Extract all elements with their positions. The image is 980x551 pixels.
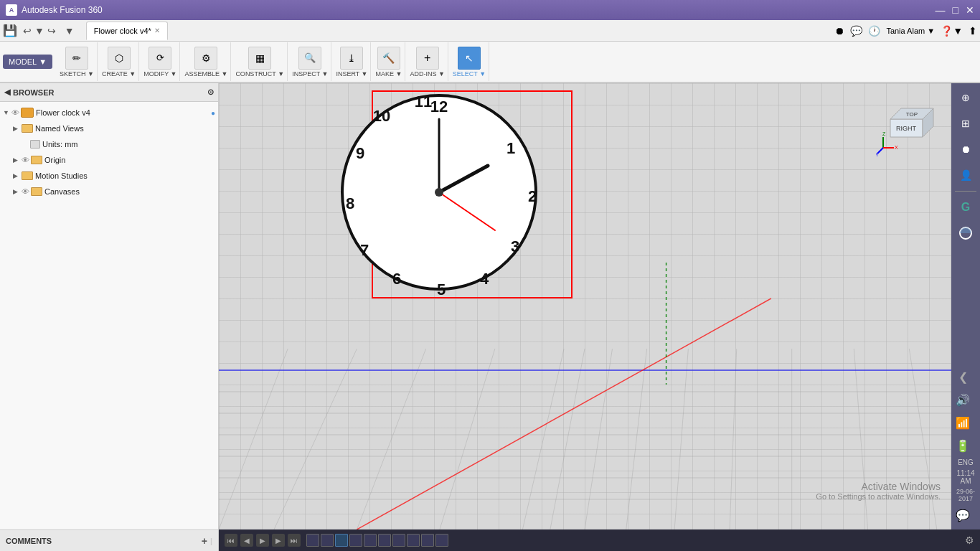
model-mode-button[interactable]: MODEL ▼ — [3, 55, 52, 69]
view-cube[interactable]: RIGHT TOP Z X Y — [876, 98, 937, 159]
right-btn-chevron[interactable]: ❮ — [951, 365, 974, 388]
tree-item-origin[interactable]: ▶ 👁 Origin — [0, 152, 218, 168]
undo-arrow-icon[interactable]: ▼ — [34, 25, 44, 37]
minimize-button[interactable]: — — [936, 4, 946, 16]
timeline-thumb-5[interactable] — [364, 534, 377, 547]
expand-icon[interactable]: ⬆ — [969, 25, 977, 37]
right-btn-battery[interactable]: 🔋 — [951, 434, 974, 457]
record-icon[interactable]: ⏺ — [834, 25, 844, 37]
comments-add-icon[interactable]: + — [202, 535, 207, 547]
tree-item-root[interactable]: ▼ 👁 Flower clock v4 ● — [0, 105, 218, 121]
right-btn-g[interactable]: G — [954, 196, 977, 219]
timeline-thumb-6[interactable] — [378, 534, 391, 547]
timeline-play[interactable]: ▶ — [256, 534, 269, 547]
timeline-thumb-1[interactable] — [306, 534, 319, 547]
timeline-bar: ⏮ ◀ ▶ ▶ ⏭ ⚙ — [219, 529, 980, 551]
timeline-thumb-9[interactable] — [421, 534, 434, 547]
title-bar-controls: — □ ✕ — [936, 4, 974, 16]
tree-item-canvases[interactable]: ▶ 👁 Canvases — [0, 184, 218, 199]
comments-divider: | — [210, 537, 212, 545]
inspect-btn[interactable]: 🔍 — [298, 47, 321, 70]
browser-header: ◀ BROWSER ⊙ — [0, 83, 218, 102]
construct-label: CONSTRUCT ▼ — [235, 70, 284, 77]
construct-btn[interactable]: ▦ — [248, 47, 271, 70]
modify-label: MODIFY ▼ — [143, 70, 176, 77]
right-btn-user[interactable]: 👤 — [954, 164, 977, 187]
right-btn-chat[interactable]: 💬 — [951, 504, 974, 527]
insert-label: INSERT ▼ — [336, 70, 367, 77]
browser-panel: ◀ BROWSER ⊙ ▼ 👁 Flower clock v4 ● ▶ Name… — [0, 83, 219, 529]
right-btn-record[interactable]: ⏺ — [954, 138, 977, 161]
timeline-skip-start[interactable]: ⏮ — [225, 534, 237, 547]
timeline-thumb-10[interactable] — [435, 534, 448, 547]
tree-item-motion-studies[interactable]: ▶ Motion Studies — [0, 168, 218, 184]
tree-label-units: Units: mm — [42, 140, 215, 149]
tree-arrow-origin[interactable]: ▶ — [13, 156, 22, 164]
timeline-skip-end[interactable]: ⏭ — [288, 534, 301, 547]
redo-icon[interactable]: ↪ — [47, 25, 56, 37]
tree-active-dot: ● — [211, 109, 215, 117]
right-btn-grid[interactable]: ⊕ — [954, 86, 977, 109]
tree-arrow-named-views[interactable]: ▶ — [13, 125, 22, 132]
tree-arrow-motion-studies[interactable]: ▶ — [13, 172, 22, 179]
tree-icon-origin — [31, 156, 42, 164]
undo-icon[interactable]: ↩ — [23, 25, 32, 37]
close-button[interactable]: ✕ — [966, 4, 974, 16]
addins-btn[interactable]: + — [416, 47, 439, 70]
timeline-icon-strip — [306, 534, 959, 547]
select-group: ↖ SELECT ▼ — [450, 42, 489, 81]
timeline-thumb-8[interactable] — [407, 534, 420, 547]
right-btn-wifi[interactable]: 📶 — [951, 411, 974, 434]
tree-label-origin: Origin — [44, 156, 215, 164]
3d-viewport[interactable]: 12 1 2 3 4 5 6 7 8 9 10 11 — [219, 83, 951, 529]
construct-group: ▦ CONSTRUCT ▼ — [232, 42, 288, 81]
tree-icon-units — [30, 140, 40, 149]
quick-save-icon[interactable]: 💾 — [3, 24, 17, 37]
svg-text:X: X — [895, 145, 898, 150]
right-btn-circle[interactable] — [954, 222, 977, 245]
redo-arrow-icon[interactable]: ▼ — [65, 25, 75, 37]
timeline-thumb-2[interactable] — [321, 534, 334, 547]
browser-filter-icon[interactable]: ⊙ — [207, 88, 214, 97]
tree-item-units[interactable]: Units: mm — [0, 136, 218, 152]
tree-label-motion-studies: Motion Studies — [35, 171, 215, 180]
insert-btn[interactable]: ⤓ — [340, 47, 363, 70]
tree-arrow-canvases[interactable]: ▶ — [13, 188, 22, 195]
tree-item-named-views[interactable]: ▶ Named Views — [0, 121, 218, 136]
tree-eye-canvases: 👁 — [22, 187, 29, 196]
timeline-thumb-4[interactable] — [349, 534, 362, 547]
comments-bar: COMMENTS + | — [0, 529, 219, 551]
chat-icon[interactable]: 💬 — [850, 25, 862, 37]
history-icon[interactable]: 🕐 — [868, 25, 880, 37]
maximize-button[interactable]: □ — [953, 4, 958, 16]
browser-title: BROWSER — [13, 88, 54, 97]
sketch-btn-1[interactable]: ✏ — [65, 47, 88, 70]
grid-background — [219, 83, 951, 529]
right-btn-volume[interactable]: 🔊 — [951, 388, 974, 411]
tree-label-named-views: Named Views — [35, 124, 215, 133]
tree-icon-motion-studies — [22, 171, 33, 180]
assemble-btn[interactable]: ⚙ — [194, 47, 217, 70]
tab-close-button[interactable]: ✕ — [154, 27, 160, 34]
assemble-label: ASSEMBLE ▼ — [184, 70, 227, 77]
app-logo: A — [6, 4, 17, 16]
tab-flower-clock[interactable]: Flower clock v4* ✕ — [86, 22, 168, 40]
timeline-thumb-3[interactable] — [335, 534, 348, 547]
insert-group: ⤓ INSERT ▼ — [333, 42, 371, 81]
create-btn[interactable]: ⬡ — [108, 47, 131, 70]
timeline-thumb-7[interactable] — [392, 534, 405, 547]
user-account[interactable]: Tania Alam ▼ — [886, 27, 935, 35]
timeline-prev[interactable]: ◀ — [240, 534, 253, 547]
browser-collapse-icon[interactable]: ◀ — [4, 88, 10, 97]
timeline-next[interactable]: ▶ — [272, 534, 285, 547]
select-btn[interactable]: ↖ — [458, 47, 481, 70]
make-btn[interactable]: 🔨 — [377, 47, 400, 70]
help-icon[interactable]: ❓▼ — [941, 25, 963, 37]
timeline-settings-icon[interactable]: ⚙ — [965, 534, 974, 546]
tree-arrow-root[interactable]: ▼ — [3, 109, 11, 116]
right-btn-windows[interactable]: ⊞ — [954, 112, 977, 135]
tree-label-root: Flower clock v4 — [36, 108, 208, 117]
wooden-block — [416, 144, 491, 259]
svg-text:TOP: TOP — [906, 111, 918, 118]
modify-btn[interactable]: ⟳ — [149, 47, 171, 70]
